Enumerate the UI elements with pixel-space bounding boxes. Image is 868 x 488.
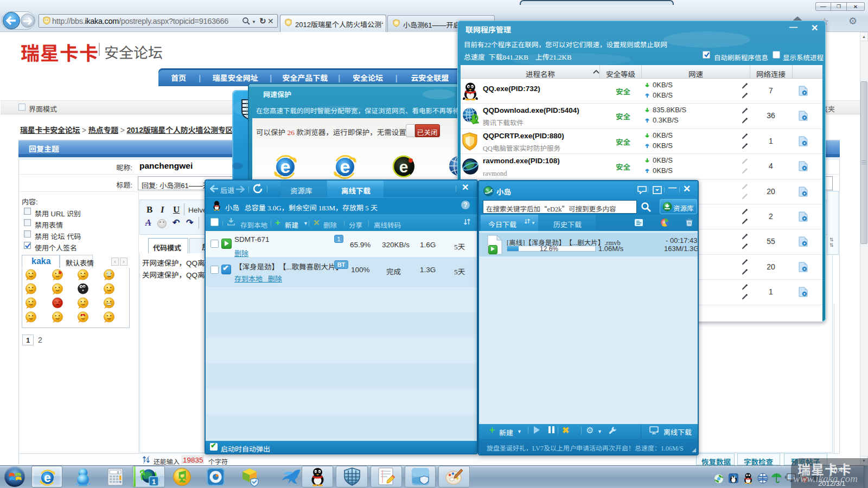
svg-text:e: e <box>44 471 51 485</box>
svg-text:e: e <box>340 156 350 177</box>
svg-text:e: e <box>399 158 409 176</box>
svg-text:1: 1 <box>152 478 156 486</box>
svg-text:e: e <box>280 156 291 177</box>
